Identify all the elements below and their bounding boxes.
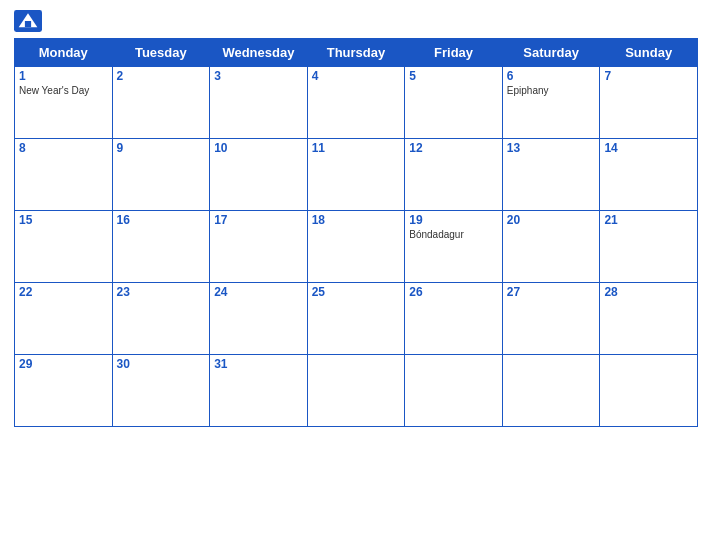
day-number: 30 bbox=[117, 357, 206, 371]
calendar-cell: 8 bbox=[15, 139, 113, 211]
day-number: 19 bbox=[409, 213, 498, 227]
calendar-cell bbox=[307, 355, 405, 427]
calendar-cell: 24 bbox=[210, 283, 308, 355]
calendar-cell bbox=[405, 355, 503, 427]
calendar-cell: 14 bbox=[600, 139, 698, 211]
day-number: 29 bbox=[19, 357, 108, 371]
calendar-cell: 5 bbox=[405, 67, 503, 139]
calendar-week-5: 293031 bbox=[15, 355, 698, 427]
holiday-label: Bóndadagur bbox=[409, 229, 498, 240]
calendar-cell: 25 bbox=[307, 283, 405, 355]
calendar-cell: 1New Year's Day bbox=[15, 67, 113, 139]
day-number: 14 bbox=[604, 141, 693, 155]
day-number: 10 bbox=[214, 141, 303, 155]
weekday-header-sunday: Sunday bbox=[600, 39, 698, 67]
calendar-cell: 31 bbox=[210, 355, 308, 427]
calendar-cell: 28 bbox=[600, 283, 698, 355]
calendar-cell: 26 bbox=[405, 283, 503, 355]
calendar-header: MondayTuesdayWednesdayThursdayFridaySatu… bbox=[15, 39, 698, 67]
day-number: 26 bbox=[409, 285, 498, 299]
day-number: 21 bbox=[604, 213, 693, 227]
calendar-cell: 20 bbox=[502, 211, 600, 283]
calendar-cell: 23 bbox=[112, 283, 210, 355]
calendar-cell: 18 bbox=[307, 211, 405, 283]
generalblue-logo-icon bbox=[14, 10, 42, 32]
day-number: 11 bbox=[312, 141, 401, 155]
day-number: 25 bbox=[312, 285, 401, 299]
calendar-cell: 7 bbox=[600, 67, 698, 139]
day-number: 20 bbox=[507, 213, 596, 227]
weekday-header-monday: Monday bbox=[15, 39, 113, 67]
calendar-cell: 13 bbox=[502, 139, 600, 211]
calendar-cell: 3 bbox=[210, 67, 308, 139]
day-number: 1 bbox=[19, 69, 108, 83]
weekday-row: MondayTuesdayWednesdayThursdayFridaySatu… bbox=[15, 39, 698, 67]
day-number: 4 bbox=[312, 69, 401, 83]
day-number: 22 bbox=[19, 285, 108, 299]
calendar-cell: 27 bbox=[502, 283, 600, 355]
calendar-week-4: 22232425262728 bbox=[15, 283, 698, 355]
day-number: 8 bbox=[19, 141, 108, 155]
weekday-header-wednesday: Wednesday bbox=[210, 39, 308, 67]
calendar-cell: 11 bbox=[307, 139, 405, 211]
page: MondayTuesdayWednesdayThursdayFridaySatu… bbox=[0, 0, 712, 550]
calendar-cell: 29 bbox=[15, 355, 113, 427]
calendar-cell: 19Bóndadagur bbox=[405, 211, 503, 283]
day-number: 5 bbox=[409, 69, 498, 83]
day-number: 12 bbox=[409, 141, 498, 155]
day-number: 3 bbox=[214, 69, 303, 83]
calendar-cell: 10 bbox=[210, 139, 308, 211]
weekday-header-thursday: Thursday bbox=[307, 39, 405, 67]
day-number: 13 bbox=[507, 141, 596, 155]
calendar-week-3: 1516171819Bóndadagur2021 bbox=[15, 211, 698, 283]
day-number: 27 bbox=[507, 285, 596, 299]
calendar-cell: 17 bbox=[210, 211, 308, 283]
calendar-cell: 15 bbox=[15, 211, 113, 283]
day-number: 23 bbox=[117, 285, 206, 299]
calendar-cell: 22 bbox=[15, 283, 113, 355]
calendar-week-2: 891011121314 bbox=[15, 139, 698, 211]
day-number: 16 bbox=[117, 213, 206, 227]
calendar-cell: 12 bbox=[405, 139, 503, 211]
day-number: 17 bbox=[214, 213, 303, 227]
header bbox=[14, 10, 698, 32]
calendar-cell: 16 bbox=[112, 211, 210, 283]
calendar-cell: 2 bbox=[112, 67, 210, 139]
calendar-cell bbox=[600, 355, 698, 427]
day-number: 15 bbox=[19, 213, 108, 227]
calendar-week-1: 1New Year's Day23456Epiphany7 bbox=[15, 67, 698, 139]
calendar-cell: 4 bbox=[307, 67, 405, 139]
calendar-table: MondayTuesdayWednesdayThursdayFridaySatu… bbox=[14, 38, 698, 427]
calendar-cell: 6Epiphany bbox=[502, 67, 600, 139]
day-number: 9 bbox=[117, 141, 206, 155]
day-number: 28 bbox=[604, 285, 693, 299]
calendar-cell: 9 bbox=[112, 139, 210, 211]
day-number: 2 bbox=[117, 69, 206, 83]
calendar-cell: 30 bbox=[112, 355, 210, 427]
calendar-cell: 21 bbox=[600, 211, 698, 283]
calendar-cell bbox=[502, 355, 600, 427]
day-number: 18 bbox=[312, 213, 401, 227]
day-number: 6 bbox=[507, 69, 596, 83]
weekday-header-saturday: Saturday bbox=[502, 39, 600, 67]
calendar-body: 1New Year's Day23456Epiphany789101112131… bbox=[15, 67, 698, 427]
day-number: 31 bbox=[214, 357, 303, 371]
svg-rect-2 bbox=[25, 21, 31, 27]
logo bbox=[14, 10, 46, 32]
holiday-label: New Year's Day bbox=[19, 85, 108, 96]
holiday-label: Epiphany bbox=[507, 85, 596, 96]
day-number: 7 bbox=[604, 69, 693, 83]
weekday-header-tuesday: Tuesday bbox=[112, 39, 210, 67]
day-number: 24 bbox=[214, 285, 303, 299]
weekday-header-friday: Friday bbox=[405, 39, 503, 67]
